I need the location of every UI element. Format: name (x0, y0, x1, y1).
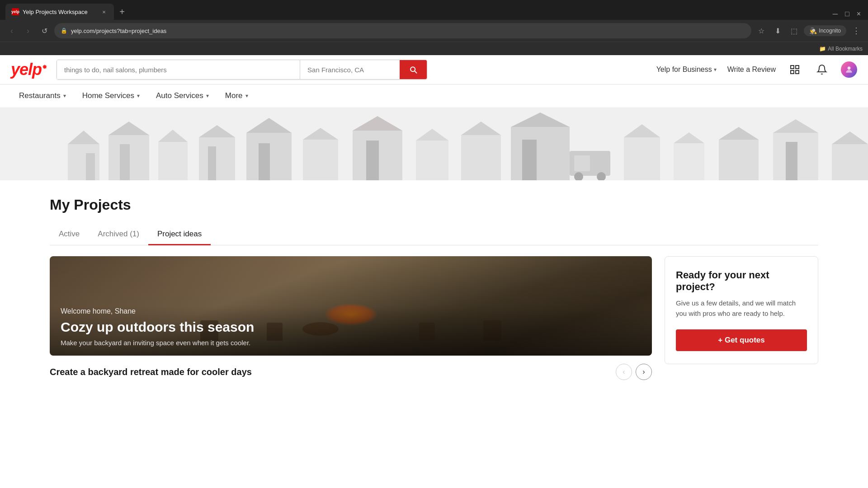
svg-rect-11 (158, 142, 188, 180)
browser-menu-button[interactable]: ⋮ (850, 24, 863, 37)
close-window-button[interactable]: × (857, 10, 861, 18)
refresh-button[interactable]: ↺ (38, 24, 51, 37)
svg-marker-12 (158, 130, 188, 142)
all-bookmarks-link[interactable]: All Bookmarks (828, 46, 863, 52)
nav-item-auto-services[interactable]: Auto Services ▾ (148, 84, 217, 108)
url-text: yelp.com/projects?tab=project_ideas (71, 28, 745, 34)
yelp-logo-burst: ✸ (42, 63, 47, 70)
nav-item-restaurants[interactable]: Restaurants ▾ (11, 84, 74, 108)
tab-project-ideas[interactable]: Project ideas (148, 224, 211, 245)
search-bar (57, 60, 427, 80)
next-arrow-button[interactable]: › (636, 364, 652, 380)
maximize-button[interactable]: □ (845, 10, 849, 18)
section-subtitle: Create a backyard retreat made for coole… (50, 367, 252, 377)
download-button[interactable]: ⬇ (771, 24, 784, 37)
projects-title: My Projects (50, 197, 818, 213)
auto-services-label: Auto Services (156, 91, 203, 100)
write-review-button[interactable]: Write a Review (727, 66, 776, 74)
svg-marker-25 (416, 129, 448, 141)
svg-marker-9 (108, 122, 149, 135)
location-input[interactable] (300, 60, 400, 79)
projects-section: My Projects Active Archived (1) Project … (0, 180, 868, 245)
svg-marker-6 (68, 131, 99, 144)
collections-icon-button[interactable] (787, 61, 803, 78)
lock-icon: 🔒 (61, 28, 67, 34)
tab-active[interactable]: Active (50, 224, 89, 245)
browser-toolbar: ‹ › ↺ 🔒 yelp.com/projects?tab=project_id… (0, 20, 868, 42)
tab-favicon: yelp (12, 8, 19, 15)
promo-greeting: Welcome home, Shane (61, 307, 641, 315)
prev-arrow-button[interactable]: ‹ (616, 364, 632, 380)
svg-rect-37 (674, 143, 704, 180)
yelp-for-business-label: Yelp for Business (656, 66, 712, 74)
svg-rect-26 (461, 135, 501, 180)
promo-text-overlay: Welcome home, Shane Cozy up outdoors thi… (50, 298, 652, 356)
browser-tab-active: yelp Yelp Projects Workspace × (5, 4, 114, 20)
svg-rect-28 (511, 127, 570, 180)
incognito-icon: 🕵 (809, 27, 817, 34)
nav-item-more[interactable]: More ▾ (217, 84, 256, 108)
user-avatar-button[interactable] (841, 61, 857, 78)
promo-headline: Cozy up outdoors this season (61, 319, 641, 335)
yelp-website: yelp ✸ Yelp for Business ▾ Write a Revie… (0, 55, 868, 398)
profile-button[interactable]: ⬚ (788, 24, 800, 37)
more-label: More (225, 91, 243, 100)
browser-tabs-bar: yelp Yelp Projects Workspace × + ─ □ × (0, 0, 868, 20)
tab-archived[interactable]: Archived (1) (89, 224, 148, 245)
address-bar[interactable]: 🔒 yelp.com/projects?tab=project_ideas (54, 23, 751, 38)
hero-banner (0, 108, 868, 180)
header-actions: Yelp for Business ▾ Write a Review (656, 61, 857, 78)
bookmarks-bar: 📁 All Bookmarks (0, 42, 868, 55)
svg-rect-24 (416, 141, 448, 180)
user-avatar-icon (844, 65, 854, 74)
nav-menu: Restaurants ▾ Home Services ▾ Auto Servi… (0, 84, 868, 108)
bookmarks-folder-icon: 📁 (819, 46, 826, 52)
section-footer: Create a backyard retreat made for coole… (50, 364, 652, 380)
write-review-label: Write a Review (727, 66, 776, 73)
tab-project-ideas-label: Project ideas (157, 230, 202, 238)
bell-icon (816, 64, 827, 75)
tab-close-button[interactable]: × (100, 8, 108, 15)
auto-services-chevron-icon: ▾ (206, 93, 209, 99)
svg-marker-14 (199, 125, 235, 137)
svg-marker-38 (674, 132, 704, 143)
search-button[interactable] (400, 60, 427, 79)
svg-rect-39 (719, 140, 759, 180)
side-card: Ready for your next project? Give us a f… (665, 256, 818, 364)
promo-card: Welcome home, Shane Cozy up outdoors thi… (50, 256, 652, 356)
svg-rect-3 (796, 70, 799, 74)
window-controls: ─ □ × (833, 10, 868, 18)
forward-button[interactable]: › (22, 24, 34, 37)
bookmark-button[interactable]: ☆ (755, 24, 768, 37)
svg-rect-43 (786, 142, 797, 180)
svg-rect-15 (208, 146, 216, 180)
back-button[interactable]: ‹ (5, 24, 18, 37)
search-input[interactable] (57, 60, 300, 79)
chevron-down-icon: ▾ (714, 66, 717, 73)
svg-rect-18 (259, 143, 270, 180)
yelp-logo[interactable]: yelp ✸ (11, 60, 47, 79)
side-card-description: Give us a few details, and we will match… (676, 298, 807, 319)
get-quotes-button[interactable]: + Get quotes (676, 329, 807, 351)
svg-rect-2 (791, 70, 794, 74)
yelp-logo-text: yelp (11, 60, 42, 79)
svg-rect-35 (624, 137, 660, 180)
svg-rect-30 (522, 140, 537, 180)
svg-rect-0 (791, 66, 794, 69)
svg-marker-29 (511, 113, 570, 127)
restaurants-chevron-icon: ▾ (63, 93, 66, 99)
yelp-for-business-button[interactable]: Yelp for Business ▾ (656, 66, 717, 74)
nav-item-home-services[interactable]: Home Services ▾ (74, 84, 148, 108)
svg-marker-42 (773, 119, 818, 133)
svg-rect-1 (796, 66, 799, 69)
notifications-icon-button[interactable] (814, 61, 830, 78)
svg-rect-7 (86, 153, 95, 180)
browser-chrome: yelp Yelp Projects Workspace × + ─ □ × ‹… (0, 0, 868, 55)
new-tab-button[interactable]: + (116, 5, 128, 18)
minimize-button[interactable]: ─ (833, 10, 838, 18)
svg-marker-27 (461, 122, 501, 135)
svg-marker-17 (246, 118, 292, 133)
carousel-nav-arrows: ‹ › (616, 364, 652, 380)
incognito-badge[interactable]: 🕵 Incognito (804, 25, 846, 36)
tab-archived-label: Archived (1) (98, 230, 139, 238)
